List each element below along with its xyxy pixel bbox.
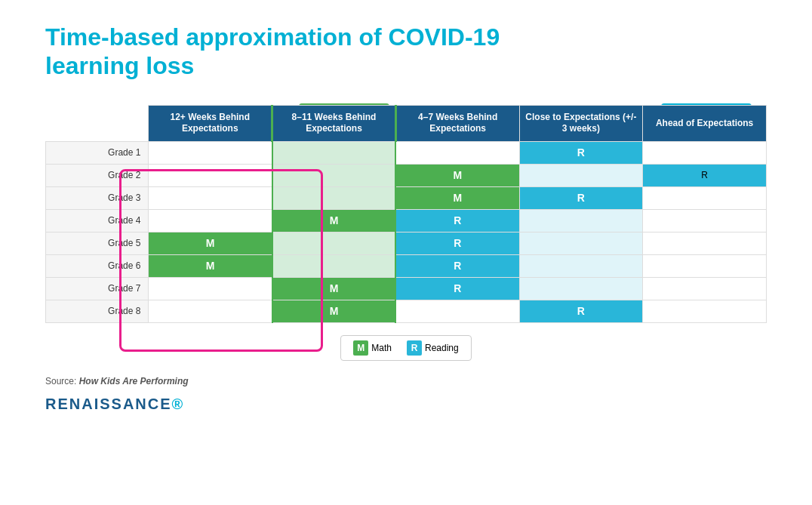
grade-label: Grade 7 — [46, 277, 149, 300]
table-cell: R — [519, 141, 643, 164]
table-cell — [519, 277, 643, 300]
brand-dot: ® — [172, 396, 185, 412]
table-cell — [395, 300, 519, 322]
col-header-1: 12+ Weeks Behind Expectations — [149, 105, 272, 141]
table-cell — [643, 254, 767, 277]
table-cell — [643, 232, 767, 254]
table-cell — [519, 209, 643, 232]
table-cell: R — [519, 186, 643, 209]
table-cell — [395, 141, 519, 164]
data-table-wrapper: 12+ Weeks Behind Expectations 8–11 Weeks… — [45, 105, 767, 323]
table-cell — [519, 232, 643, 254]
grade-label: Grade 3 — [46, 186, 149, 209]
legend-reading-label: Reading — [425, 343, 459, 353]
table-cell: R — [643, 164, 767, 186]
data-table: 12+ Weeks Behind Expectations 8–11 Weeks… — [45, 105, 767, 323]
table-cell — [149, 209, 272, 232]
legend-math: M Math — [353, 340, 392, 356]
table-cell — [643, 141, 767, 164]
source-italic: How Kids Are Performing — [79, 376, 189, 386]
chart-area: Math Overall Reading Overall 12+ Weeks B… — [45, 103, 767, 413]
table-cell — [643, 186, 767, 209]
math-badge: M — [353, 340, 368, 356]
table-cell: M — [395, 164, 519, 186]
grade-label: Grade 8 — [46, 300, 149, 322]
table-cell — [149, 141, 272, 164]
table-cell: R — [395, 254, 519, 277]
table-cell — [643, 209, 767, 232]
table-cell — [272, 164, 396, 186]
page-title: Time-based approximation of COVID-19 lea… — [45, 23, 574, 81]
table-cell — [272, 141, 396, 164]
table-cell — [643, 277, 767, 300]
grade-label: Grade 2 — [46, 164, 149, 186]
legend: M Math R Reading — [340, 335, 471, 361]
table-cell: R — [395, 277, 519, 300]
table-cell: M — [272, 209, 396, 232]
table-cell — [149, 277, 272, 300]
table-cell — [149, 186, 272, 209]
source-text: Source: How Kids Are Performing — [45, 376, 189, 386]
col-header-4: Close to Expectations (+/- 3 weeks) — [519, 105, 643, 141]
grade-label: Grade 5 — [46, 232, 149, 254]
legend-reading: R Reading — [407, 340, 459, 356]
table-cell: M — [149, 232, 272, 254]
table-cell — [272, 254, 396, 277]
table-cell — [643, 300, 767, 322]
grade-label: Grade 1 — [46, 141, 149, 164]
empty-header — [46, 105, 149, 141]
reading-badge: R — [407, 340, 422, 356]
col-header-2: 8–11 Weeks Behind Expectations — [272, 105, 396, 141]
table-cell — [149, 164, 272, 186]
col-header-5: Ahead of Expectations — [643, 105, 767, 141]
table-cell: R — [519, 300, 643, 322]
table-cell: M — [272, 300, 396, 322]
table-cell — [519, 164, 643, 186]
table-cell: M — [272, 277, 396, 300]
table-cell: M — [395, 186, 519, 209]
brand-logo: RENAISSANCE® — [45, 396, 184, 413]
table-cell: R — [395, 232, 519, 254]
grade-label: Grade 4 — [46, 209, 149, 232]
table-cell: R — [395, 209, 519, 232]
table-cell — [149, 300, 272, 322]
table-cell — [272, 186, 396, 209]
table-cell — [272, 232, 396, 254]
grade-label: Grade 6 — [46, 254, 149, 277]
col-header-3: 4–7 Weeks Behind Expectations — [395, 105, 519, 141]
legend-math-label: Math — [371, 343, 392, 353]
table-cell: M — [149, 254, 272, 277]
table-cell — [519, 254, 643, 277]
